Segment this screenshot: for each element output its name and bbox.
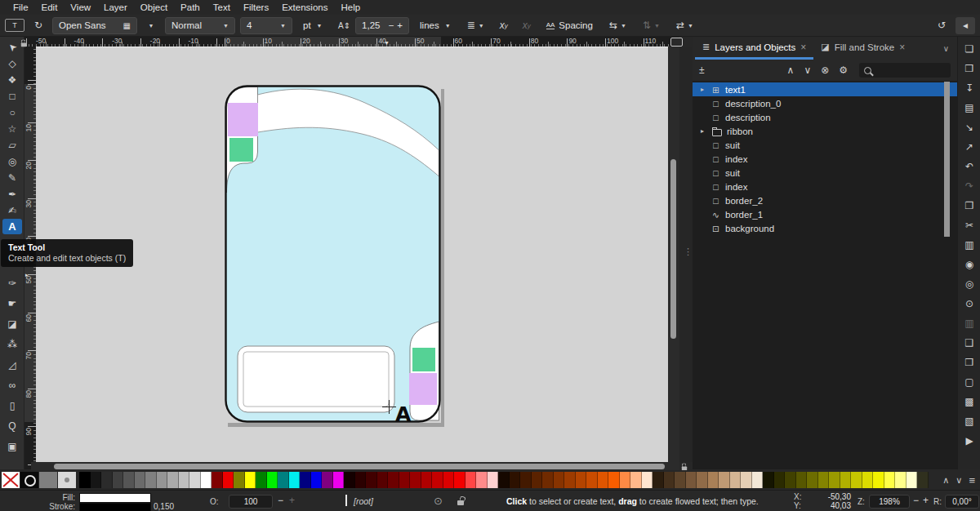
tab-layers-and-objects[interactable]: ≣ Layers and Objects × xyxy=(695,37,813,60)
collapse-toolbar-button[interactable]: ◂ xyxy=(956,17,975,34)
color-swatch[interactable] xyxy=(851,472,862,488)
font-collections-button[interactable]: T xyxy=(5,19,24,32)
letter-spacing-dropdown[interactable]: ⇆ ▼ xyxy=(604,17,632,34)
color-swatch[interactable] xyxy=(873,472,884,488)
color-swatch[interactable] xyxy=(708,472,719,488)
layer-row-background[interactable]: ⊡background xyxy=(693,221,957,235)
paste-icon[interactable]: ▥ xyxy=(958,237,980,253)
color-swatch[interactable] xyxy=(598,472,609,488)
color-swatch[interactable] xyxy=(620,472,631,488)
font-family-select[interactable]: Open Sans ▦ xyxy=(52,17,137,34)
menu-layer[interactable]: Layer xyxy=(97,2,134,13)
color-swatch[interactable] xyxy=(697,472,708,488)
dropper-tool[interactable]: ✑ xyxy=(2,275,22,291)
color-swatch[interactable] xyxy=(664,472,675,488)
color-swatch[interactable] xyxy=(245,472,256,488)
layer-row-suit[interactable]: □suit xyxy=(693,166,957,180)
opacity-increase[interactable]: + xyxy=(289,495,295,506)
measure-tool[interactable]: ▯ xyxy=(2,398,22,413)
stroke-swatch[interactable] xyxy=(79,503,151,511)
color-swatch[interactable] xyxy=(366,472,377,488)
card-page[interactable] xyxy=(225,85,441,423)
color-swatch[interactable] xyxy=(421,472,433,488)
zoom-tool[interactable]: Q xyxy=(2,418,22,433)
color-swatch[interactable] xyxy=(862,472,874,488)
panel-divider[interactable]: ⋮ xyxy=(679,47,693,462)
chevron-down-icon[interactable]: ∨ xyxy=(943,44,949,53)
palette-menu-icon[interactable]: ≡ xyxy=(969,474,975,487)
menu-object[interactable]: Object xyxy=(134,2,174,13)
export-icon[interactable]: ↗ xyxy=(958,139,980,155)
color-swatch[interactable] xyxy=(763,472,774,488)
text-tool[interactable]: A xyxy=(2,219,22,234)
color-swatch[interactable] xyxy=(145,472,157,488)
ellipse-tool[interactable]: ○ xyxy=(2,104,22,120)
color-swatch[interactable] xyxy=(730,472,742,488)
palette-scroll-up-icon[interactable]: ∧ xyxy=(942,475,949,486)
color-swatch[interactable] xyxy=(234,472,245,488)
no-color-swatch[interactable] xyxy=(2,472,20,488)
color-swatch[interactable] xyxy=(189,472,201,488)
pen-tool[interactable]: ✒ xyxy=(2,186,22,202)
shape-builder-tool[interactable]: ❖ xyxy=(2,72,22,87)
color-swatch[interactable] xyxy=(774,472,786,488)
color-swatch[interactable] xyxy=(322,472,333,488)
gray-swatch[interactable] xyxy=(39,472,57,488)
redo-icon[interactable]: ↷ xyxy=(958,178,980,194)
star-tool[interactable]: ☆ xyxy=(2,121,22,136)
color-swatch[interactable] xyxy=(675,472,686,488)
palette-scroll-down-icon[interactable]: ∨ xyxy=(956,475,962,486)
tab-fill-and-stroke[interactable]: ◪ Fill and Stroke × xyxy=(813,37,912,60)
color-swatch[interactable] xyxy=(818,472,830,488)
color-swatch[interactable] xyxy=(167,472,179,488)
color-swatch[interactable] xyxy=(542,472,554,488)
layer-row-index[interactable]: □index xyxy=(693,152,957,166)
line-spacing-input[interactable]: 1,25 − + xyxy=(355,17,409,34)
settings-icon[interactable]: ⚙ xyxy=(839,64,848,76)
color-swatch[interactable] xyxy=(532,472,543,488)
color-swatch[interactable] xyxy=(686,472,697,488)
color-swatch[interactable] xyxy=(101,472,113,488)
color-swatch[interactable] xyxy=(135,472,146,488)
superscript-button[interactable]: xy xyxy=(495,17,513,34)
layer-row-border_2[interactable]: □border_2 xyxy=(693,193,957,207)
color-swatch[interactable] xyxy=(157,472,168,488)
color-swatch[interactable] xyxy=(377,472,389,488)
undo-icon[interactable]: ↶ xyxy=(958,158,980,175)
horizontal-ruler[interactable]: ▼ -50-40-30-20-1001020304050607080901001… xyxy=(24,37,679,47)
menu-file[interactable]: File xyxy=(7,2,35,13)
connector-tool[interactable]: ∞ xyxy=(2,377,22,393)
paint-bucket-tool[interactable]: ◪ xyxy=(2,316,22,331)
color-swatch[interactable] xyxy=(510,472,521,488)
layer-row-index[interactable]: □index xyxy=(693,180,957,193)
close-icon[interactable]: × xyxy=(800,42,806,53)
color-swatch[interactable] xyxy=(498,472,510,488)
color-swatch[interactable] xyxy=(91,472,102,488)
color-swatch[interactable] xyxy=(355,472,367,488)
color-swatch[interactable] xyxy=(476,472,488,488)
color-swatch[interactable] xyxy=(785,472,796,488)
eraser-tool[interactable]: ◿ xyxy=(2,357,22,372)
color-swatch[interactable] xyxy=(432,472,443,488)
spray-tool[interactable]: ⁂ xyxy=(2,336,22,352)
color-swatch[interactable] xyxy=(488,472,499,488)
opacity-decrease[interactable]: − xyxy=(278,495,283,506)
font-size-select[interactable]: 4 ▼ xyxy=(240,17,292,34)
color-swatch[interactable] xyxy=(410,472,421,488)
spiral-tool[interactable]: ◎ xyxy=(2,153,22,169)
display-mode-icon[interactable] xyxy=(670,38,683,47)
color-swatch[interactable] xyxy=(267,472,278,488)
color-swatch[interactable] xyxy=(741,472,752,488)
raise-button[interactable]: ∧ xyxy=(787,64,795,76)
layer-visibility-icon[interactable]: ⊙ xyxy=(434,495,443,507)
color-swatch[interactable] xyxy=(608,472,620,488)
selector-tool[interactable]: ➤ xyxy=(2,39,22,55)
color-swatch[interactable] xyxy=(278,472,289,488)
reset-style-button[interactable]: ↻ xyxy=(29,17,47,34)
menu-text[interactable]: Text xyxy=(207,2,237,13)
tweak-tool[interactable]: ☛ xyxy=(2,295,22,311)
color-swatch[interactable] xyxy=(113,472,124,488)
save-icon[interactable]: ↧ xyxy=(958,80,980,96)
color-swatch[interactable] xyxy=(906,472,918,488)
color-swatch[interactable] xyxy=(884,472,896,488)
